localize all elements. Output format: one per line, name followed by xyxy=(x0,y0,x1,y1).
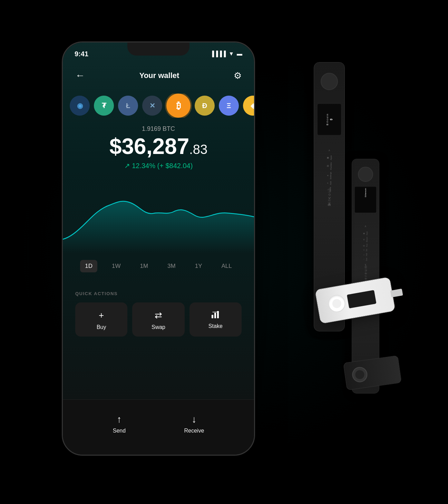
status-time: 9:41 xyxy=(75,50,88,58)
price-dollars: $36,287 xyxy=(109,134,189,159)
ledger-short-button[interactable] xyxy=(358,167,373,182)
send-label: Send xyxy=(113,428,126,434)
receive-label: Receive xyxy=(184,428,204,434)
ledger-tall-brand-text: Bitcoin xyxy=(327,187,331,206)
svg-rect-1 xyxy=(214,313,216,318)
time-btn-3m[interactable]: 3M xyxy=(163,260,181,272)
btc-amount: 1.9169 BTC xyxy=(75,125,242,133)
buy-label: Buy xyxy=(97,324,106,330)
time-range-selector: 1D 1W 1M 3M 1Y ALL xyxy=(63,260,254,272)
ledger-top-button[interactable] xyxy=(321,73,338,90)
price-cents: .83 xyxy=(189,142,207,157)
app-header: ← Your wallet ⚙ xyxy=(63,63,254,88)
crypto-row: ◉ ₮ Ł ✕ ₿ Ð Ξ ◈ A xyxy=(63,94,254,118)
price-change: ↗ 12.34% (+ $842.04) xyxy=(75,162,242,170)
quick-actions-section: QUICK ACTIONS + Buy ⇄ Swap xyxy=(63,291,254,337)
time-btn-1w[interactable]: 1W xyxy=(107,260,126,272)
nano-white-button[interactable] xyxy=(327,293,347,313)
nano-white-usb xyxy=(390,289,403,298)
phone-power-button xyxy=(254,112,255,139)
price-section: 1.9169 BTC $36,287.83 ↗ 12.34% (+ $842.0… xyxy=(63,125,254,170)
ledger-short-screen: Ethereum xyxy=(355,187,376,213)
swap-label: Swap xyxy=(152,324,165,330)
time-btn-1m[interactable]: 1M xyxy=(135,260,153,272)
send-button[interactable]: ↑ Send xyxy=(113,414,126,434)
coin-bitcoin[interactable]: ₿ xyxy=(166,94,191,118)
nano-white-screen xyxy=(347,290,377,308)
swap-button[interactable]: ⇄ Swap xyxy=(132,302,184,337)
back-button[interactable]: ← xyxy=(75,70,85,81)
coin-ethereum[interactable]: Ξ xyxy=(219,96,239,116)
signal-icon: ▐▐▐▐ xyxy=(210,51,226,57)
stake-icon xyxy=(211,310,220,320)
phone-mute-button xyxy=(62,98,63,115)
swap-icon: ⇄ xyxy=(155,310,162,321)
phone-vol-down-button xyxy=(62,160,63,187)
action-buttons: + Buy ⇄ Swap xyxy=(75,302,242,337)
buy-icon: + xyxy=(99,310,104,321)
time-btn-1y[interactable]: 1Y xyxy=(190,260,207,272)
coin-litecoin[interactable]: Ł xyxy=(118,96,138,116)
scene: 9:41 ▐▐▐▐ ▼ ▬ ← Your wallet ⚙ ◉ ₮ Ł ✕ ₿ xyxy=(34,14,414,490)
battery-icon: ▬ xyxy=(237,51,242,57)
coin-xrp[interactable]: ✕ xyxy=(142,96,162,116)
time-btn-1d[interactable]: 1D xyxy=(80,260,97,272)
header-title: Your wallet xyxy=(139,71,179,80)
stake-label: Stake xyxy=(208,323,223,329)
coin-binance[interactable]: ◈ xyxy=(243,96,254,116)
receive-button[interactable]: ↓ Receive xyxy=(184,414,204,434)
ledger-plug-button[interactable] xyxy=(351,366,369,383)
coin-dogecoin[interactable]: Ð xyxy=(195,96,215,116)
settings-icon[interactable]: ⚙ xyxy=(234,70,242,81)
ledger-short-menu: ∧ ◉ Apps B Bitcoin ⊞ Port ≡ Set xyxy=(363,225,368,266)
status-icons: ▐▐▐▐ ▼ ▬ xyxy=(210,51,242,57)
phone-notch xyxy=(127,42,189,56)
phone-device: 9:41 ▐▐▐▐ ▼ ▬ ← Your wallet ⚙ ◉ ₮ Ł ✕ ₿ xyxy=(62,41,255,456)
coin-tether[interactable]: ₮ xyxy=(94,96,114,116)
receive-icon: ↓ xyxy=(192,414,196,425)
bottom-bar: ↑ Send ↓ Receive xyxy=(63,399,254,455)
phone-vol-up-button xyxy=(62,125,63,153)
svg-rect-0 xyxy=(212,315,213,318)
wifi-icon: ▼ xyxy=(228,51,234,57)
price-chart xyxy=(63,177,254,253)
price-main: $36,287.83 xyxy=(75,135,242,157)
chart-container xyxy=(63,177,254,253)
coin-unknown[interactable]: ◉ xyxy=(70,96,90,116)
time-btn-all[interactable]: ALL xyxy=(217,260,237,272)
buy-button[interactable]: + Buy xyxy=(75,302,127,337)
ledger-tall-screen: ₿ Bitcoin xyxy=(318,104,341,135)
send-icon: ↑ xyxy=(117,414,121,425)
quick-actions-label: QUICK ACTIONS xyxy=(75,291,242,296)
stake-button[interactable]: Stake xyxy=(189,302,242,337)
